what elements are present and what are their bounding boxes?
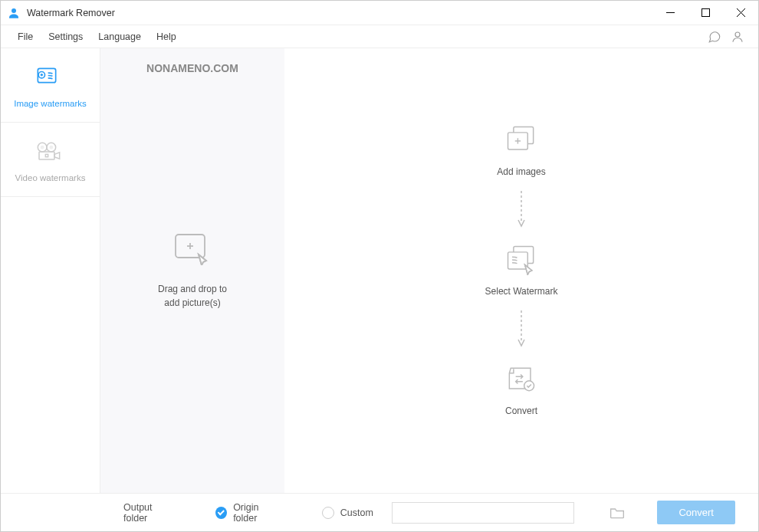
radio-custom-folder[interactable]: Custom [322,507,373,519]
arrow-down-icon [518,310,525,350]
steps-panel: Add images Select Watermark [284,48,758,493]
sidebar-item-label: Image watermarks [5,99,95,108]
bottom-bar: Output folder Origin folder Custom Conve… [1,493,758,531]
svg-rect-2 [702,9,709,17]
step-add-images: Add images [497,125,545,177]
page-watermark-overlay: NONAMENO.COM [146,62,238,74]
sidebar-item-image-watermarks[interactable]: Image watermarks [1,48,100,123]
step-label: Select Watermark [485,286,558,297]
sidebar: Image watermarks Video watermarks [1,48,100,493]
sidebar-item-label: Video watermarks [5,173,95,182]
radio-origin-folder[interactable]: Origin folder [215,502,283,524]
app-icon [7,6,21,20]
titlebar: Watermark Remover [1,1,758,25]
svg-rect-14 [39,152,54,159]
menu-settings[interactable]: Settings [41,28,90,45]
radio-unchecked-icon [322,507,334,519]
add-picture-icon [172,232,212,268]
step-select-watermark: Select Watermark [485,245,558,297]
account-icon[interactable] [726,30,749,44]
svg-rect-15 [45,154,48,156]
menu-bar: File Settings Language Help [1,25,758,48]
output-folder-label: Output folder [123,502,176,524]
drop-zone[interactable]: NONAMENO.COM Drag and drop to add pictur… [100,48,284,493]
browse-folder-button[interactable] [606,506,629,520]
drop-zone-text: Drag and drop to add picture(s) [158,282,227,310]
svg-point-12 [41,146,43,149]
arrow-down-icon [518,191,525,231]
maximize-button[interactable] [688,1,723,25]
main-area: Image watermarks Video watermarks NONAME… [1,48,758,493]
radio-checked-icon [215,507,227,519]
close-button[interactable] [723,1,758,25]
menu-file[interactable]: File [10,28,41,45]
step-convert: Convert [504,364,539,416]
svg-point-13 [50,146,52,149]
custom-path-input[interactable] [392,502,574,524]
convert-button[interactable]: Convert [657,501,735,524]
menu-language[interactable]: Language [90,28,149,45]
svg-point-5 [735,32,740,37]
svg-point-0 [12,8,16,13]
radio-label: Custom [340,507,373,518]
minimize-button[interactable] [652,1,688,25]
window-controls [652,1,758,25]
feedback-icon[interactable] [703,30,726,44]
step-label: Convert [504,406,539,416]
svg-rect-25 [508,252,528,269]
menu-help[interactable]: Help [149,28,184,45]
step-label: Add images [497,166,545,177]
radio-label: Origin folder [233,502,282,524]
sidebar-item-video-watermarks[interactable]: Video watermarks [1,123,100,197]
window-title: Watermark Remover [27,8,652,18]
